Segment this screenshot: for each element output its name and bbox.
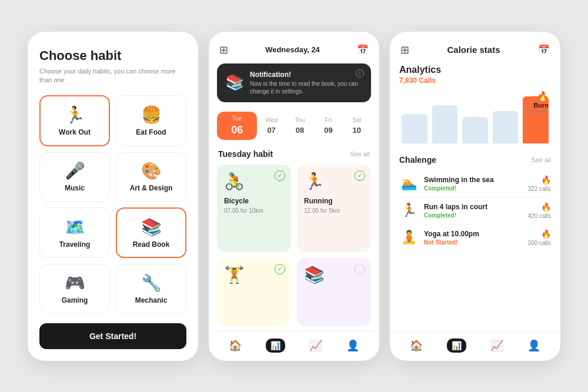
screen2-header: ⊞ Wednesday, 24 📅 — [209, 32, 379, 63]
screen2-nav: 🏠 📊 📈 👤 — [209, 331, 379, 361]
chart-area: 🔥 Burn 535 Calls — [399, 91, 551, 143]
challenge-emoji-0: 🏊 — [399, 176, 418, 191]
habit-label-eatfood: Eat Food — [136, 128, 166, 136]
habit-item-eatfood[interactable]: 🍔 Eat Food — [116, 95, 186, 146]
see-all-link[interactable]: See all — [350, 150, 370, 158]
habit-item-artdesign[interactable]: 🎨 Art & Design — [116, 152, 186, 202]
chart-bar-wrap-1 — [432, 105, 458, 143]
screen3-header: ⊞ Calorie stats 📅 — [390, 32, 560, 62]
analytics-section: Analytics 7,830 Calls 🔥 Burn 535 Calls — [390, 62, 560, 149]
nav-chart-s3[interactable]: 📊 — [447, 339, 466, 353]
habit-item-traveling[interactable]: 🗺️ Traveling — [39, 207, 110, 258]
challenge-name-2: Yoga at 10.00pm — [424, 230, 522, 238]
challenge-calls-1: 420 calls — [528, 213, 551, 219]
habit-card-2[interactable]: ✓ 🏋️ — [217, 258, 291, 326]
screen1-subtitle: Choose your daily habits, you can choose… — [39, 67, 186, 85]
challenge-emoji-2: 🧘 — [399, 230, 418, 245]
burn-label: 🔥 Burn 535 Calls — [526, 91, 549, 115]
nav-avatar-s3[interactable]: 👤 — [527, 339, 540, 352]
grid-icon-s3: ⊞ — [400, 43, 409, 56]
calendar-icon: 📅 — [357, 44, 369, 55]
challenge-calls-0: 322 calls — [528, 186, 551, 192]
challenge-item-1: 🏃 Run 4 laps in court Completed! 🔥 420 c… — [399, 197, 551, 225]
chart-bar-wrap-2 — [462, 117, 488, 143]
notif-emoji: 📚 — [225, 73, 244, 92]
habit-label-traveling: Traveling — [59, 240, 91, 249]
screen3-calorie-stats: ⊞ Calorie stats 📅 Analytics 7,830 Calls … — [390, 32, 560, 361]
habit-card-0[interactable]: ✓ 🚴 Bicycle 07.00 for 10km — [217, 165, 291, 252]
section-header: Tuesday habit See all — [209, 147, 379, 165]
grid-icon: ⊞ — [219, 43, 228, 56]
challenge-item-2: 🧘 Yoga at 10.00pm Not Started! 🔥 200 cal… — [399, 225, 551, 252]
habit-label-artdesign: Art & Design — [130, 184, 173, 192]
day-num: 10 — [353, 126, 361, 135]
nav-avatar-icon[interactable]: 👤 — [346, 339, 359, 352]
habit-icon-music: 🎤 — [65, 161, 85, 180]
challenge-item-0: 🏊 Swimming in the sea Completed! 🔥 322 c… — [399, 170, 551, 197]
habit-card-1[interactable]: ✓ 🏃 Running 12.00 for 5km — [297, 165, 371, 252]
challenge-name-0: Swimming in the sea — [424, 176, 522, 184]
habit-grid: 🏃 Work Out 🍔 Eat Food 🎤 Music 🎨 Art & De… — [39, 95, 186, 313]
day-name: Fri — [325, 117, 332, 123]
screen1-title: Choose habit — [39, 48, 186, 63]
nav-home-s3[interactable]: 🏠 — [410, 339, 423, 352]
date-cell-08[interactable]: Thu 08 — [286, 113, 314, 138]
habit-card-detail-1: 12.00 for 5km — [304, 207, 364, 214]
chart-bar-1 — [432, 105, 458, 143]
nav-trend-icon[interactable]: 📈 — [309, 339, 322, 352]
habit-card-3[interactable]: 📚 — [297, 258, 371, 326]
habit-card-name-1: Running — [304, 197, 364, 205]
challenge-status-2: Not Started! — [424, 239, 522, 246]
date-cell-09[interactable]: Fri 09 — [314, 113, 342, 138]
challenge-header: Chalenge See all — [399, 155, 551, 165]
calendar-icon-s3: 📅 — [538, 44, 550, 55]
habit-card-name-0: Bicycle — [224, 197, 284, 205]
day-name: Tue — [232, 115, 242, 122]
date-cell-07[interactable]: Wed 07 — [257, 113, 285, 138]
nav-chart-icon[interactable]: 📊 — [266, 339, 285, 353]
habit-icon-artdesign: 🎨 — [141, 161, 162, 180]
screen1-choose-habit: Choose habit Choose your daily habits, y… — [28, 32, 198, 361]
habit-check-3 — [355, 264, 365, 274]
notif-title: Notification! — [250, 71, 363, 79]
nav-home-icon[interactable]: 🏠 — [229, 339, 242, 352]
challenge-see-all[interactable]: See all — [531, 156, 551, 163]
analytics-title: Analytics — [399, 65, 551, 75]
habit-item-music[interactable]: 🎤 Music — [39, 152, 110, 202]
habit-check-1: ✓ — [355, 170, 365, 181]
challenge-info-0: Swimming in the sea Completed! — [424, 176, 522, 192]
challenge-right-0: 🔥 322 calls — [528, 175, 551, 192]
habit-label-readbook: Read Book — [133, 240, 170, 249]
chart-bar-wrap-3 — [493, 111, 519, 143]
screen2-habit-tracker: ⊞ Wednesday, 24 📅 📚 Notification! Now is… — [209, 32, 379, 361]
challenge-name-1: Run 4 laps in court — [424, 203, 522, 211]
chart-bar-2 — [462, 117, 488, 143]
challenge-fire-1: 🔥 — [541, 202, 551, 212]
habit-icon-mechanic: 🔧 — [141, 273, 162, 293]
habit-icon-eatfood: 🍔 — [141, 105, 162, 125]
habit-item-workout[interactable]: 🏃 Work Out — [39, 95, 110, 146]
habit-card-detail-0: 07.00 for 10km — [224, 207, 284, 214]
nav-trend-s3[interactable]: 📈 — [490, 339, 503, 352]
notification-bar: 📚 Notification! Now is the time to read … — [217, 63, 371, 102]
burn-label-sub: 535 Calls — [526, 109, 549, 115]
get-started-button[interactable]: Get Started! — [39, 323, 186, 349]
burn-label-title: Burn — [526, 102, 549, 109]
habit-check-0: ✓ — [275, 170, 285, 181]
challenge-section: Chalenge See all 🏊 Swimming in the sea C… — [390, 149, 560, 329]
habit-item-mechanic[interactable]: 🔧 Mechanic — [116, 264, 186, 313]
day-name: Thu — [295, 117, 305, 123]
habit-label-workout: Work Out — [59, 128, 91, 136]
challenge-list: 🏊 Swimming in the sea Completed! 🔥 322 c… — [399, 170, 551, 252]
habit-item-gaming[interactable]: 🎮 Gaming — [39, 264, 110, 313]
habit-label-mechanic: Mechanic — [135, 296, 168, 304]
section-title: Tuesday habit — [218, 149, 273, 159]
date-cell-06[interactable]: Tue 06 — [217, 112, 257, 140]
challenge-info-1: Run 4 laps in court Completed! — [424, 203, 522, 219]
notif-text: Now is the time to read the book, you ca… — [250, 80, 363, 95]
screen3-nav: 🏠 📊 📈 👤 — [390, 332, 560, 361]
analytics-calls: 7,830 Calls — [399, 76, 551, 85]
day-num: 09 — [324, 126, 332, 135]
date-cell-10[interactable]: Sat 10 — [343, 113, 371, 138]
habit-item-readbook[interactable]: 📚 Read Book — [116, 207, 186, 258]
